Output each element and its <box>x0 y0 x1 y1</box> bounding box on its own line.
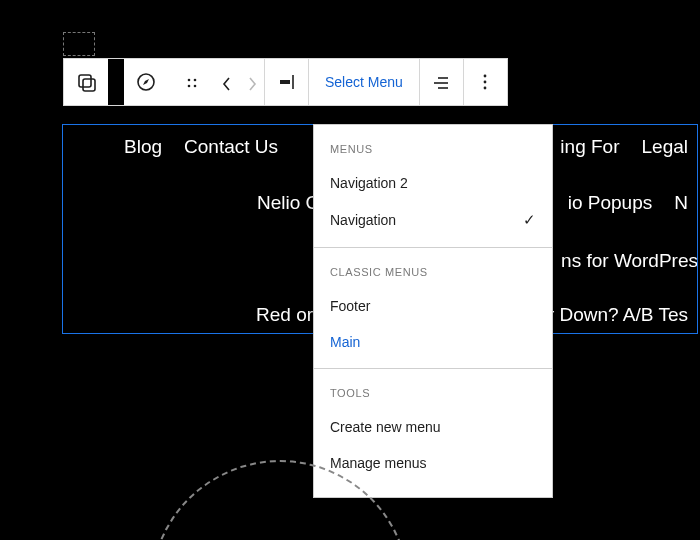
svg-point-4 <box>193 79 196 82</box>
svg-point-3 <box>187 79 190 82</box>
dropdown-section-label: CLASSIC MENUS <box>314 248 552 288</box>
create-new-menu[interactable]: Create new menu <box>314 409 552 445</box>
svg-rect-0 <box>79 75 91 87</box>
classic-menu-option[interactable]: Main <box>314 324 552 360</box>
select-menu-dropdown: MENUS Navigation 2 Navigation ✓ CLASSIC … <box>313 124 553 498</box>
kebab-icon <box>474 71 496 93</box>
menu-option[interactable]: Navigation 2 <box>314 165 552 201</box>
more-options-button[interactable] <box>463 59 507 105</box>
dropdown-section-label: TOOLS <box>314 369 552 409</box>
check-icon: ✓ <box>523 211 536 229</box>
svg-point-14 <box>484 87 487 90</box>
stack-icon <box>75 71 97 93</box>
menu-option-label: Create new menu <box>330 419 441 435</box>
align-right-icon <box>276 71 298 93</box>
menu-option-label: Navigation <box>330 212 396 228</box>
svg-rect-1 <box>83 79 95 91</box>
select-menu-button[interactable]: Select Menu <box>308 59 419 105</box>
dropdown-section-label: MENUS <box>314 125 552 165</box>
justify-button[interactable] <box>264 59 308 105</box>
drag-handle-button[interactable] <box>168 59 212 105</box>
move-up-button[interactable] <box>212 59 238 105</box>
select-menu-label: Select Menu <box>325 74 403 90</box>
navigation-block-button[interactable] <box>124 59 168 105</box>
svg-point-6 <box>193 85 196 88</box>
menu-option-label: Footer <box>330 298 370 314</box>
parent-block-button[interactable] <box>64 59 108 105</box>
classic-menu-option[interactable]: Footer <box>314 288 552 324</box>
move-down-button <box>238 59 264 105</box>
menu-option-selected[interactable]: Navigation ✓ <box>314 201 552 239</box>
chevron-left-icon <box>217 73 235 91</box>
compass-icon <box>135 71 157 93</box>
svg-rect-7 <box>280 80 290 84</box>
list-icon <box>430 71 452 93</box>
chevron-right-icon <box>243 73 261 91</box>
svg-point-13 <box>484 81 487 84</box>
drag-icon <box>182 73 200 91</box>
menu-option-label: Manage menus <box>330 455 427 471</box>
toolbar-gap <box>108 59 124 105</box>
menu-option-label: Main <box>330 334 360 350</box>
block-toolbar: Select Menu <box>63 58 508 106</box>
menu-option-label: Navigation 2 <box>330 175 408 191</box>
list-view-button[interactable] <box>419 59 463 105</box>
svg-point-5 <box>187 85 190 88</box>
svg-point-12 <box>484 75 487 78</box>
block-outline-handle[interactable] <box>63 32 95 56</box>
manage-menus[interactable]: Manage menus <box>314 445 552 481</box>
